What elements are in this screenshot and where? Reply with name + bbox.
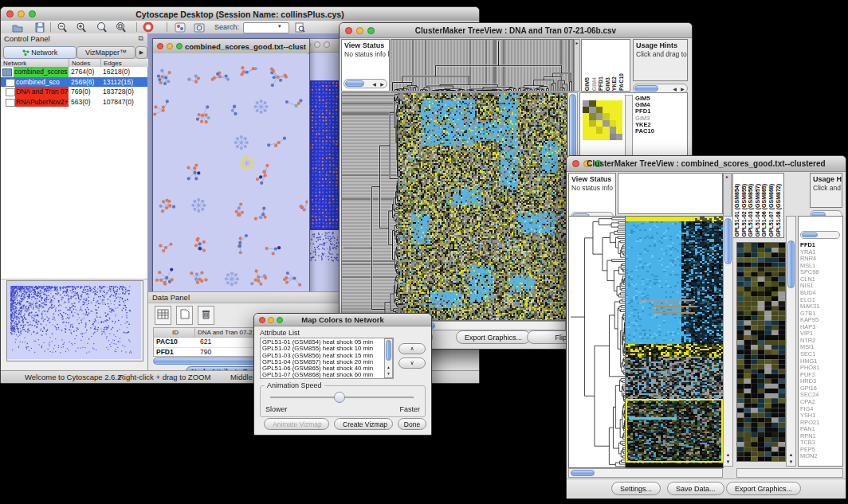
network-name: RNAPuberNov2+ [15,97,69,107]
bottom-hscrollbar-left[interactable] [568,468,723,478]
settings-button[interactable]: Settings... [611,482,661,495]
column-label: PFD1 [598,76,605,91]
column-header-nodes[interactable]: Nodes [69,59,101,67]
scroll-down-arrow[interactable]: ▼ [384,370,393,377]
network-table-row[interactable]: combined_sco2569(6)13112(15) [1,77,147,88]
usage-hints-panel: Usage Hints Click and drag to [633,39,688,81]
save-data-button[interactable]: Save Data... [667,482,724,495]
network-table-header: Network Nodes Edges [1,59,147,67]
control-panel-title: Control Panel [4,34,50,43]
column-label: GPL51-08 (GSM872) [775,184,783,237]
dialog-titlebar[interactable]: Map Colors to Network [254,314,431,326]
frame-close-button[interactable] [157,43,163,49]
column-dendrogram-panel[interactable] [618,173,723,214]
scroll-right-arrow[interactable]: ▶ [678,86,687,92]
search-input[interactable] [243,22,289,33]
attribute-list-item[interactable]: GPL51-07 (GSM868) heat shock 60 min [261,372,383,378]
bottom-hscrollbar-right[interactable] [736,468,843,478]
column-label: GIM5 [584,77,591,91]
row-dendrogram-canvas[interactable] [568,216,626,468]
network-table-row[interactable]: RNAPuberNov2+563(0)107847(0) [1,97,147,107]
zoomed-heatmap-canvas[interactable] [736,242,786,462]
heatmap-canvas[interactable] [625,216,724,468]
delete-attribute-icon[interactable] [198,306,214,325]
move-up-button[interactable]: ∧ [398,343,426,354]
network-view-canvas[interactable] [153,53,308,291]
attribute-select-icon[interactable] [155,306,171,325]
frame-minimize-button[interactable] [167,43,173,49]
similarity-matrix[interactable] [583,96,622,135]
view-status-title: View Status [342,40,389,49]
animate-vizmap-button[interactable]: Animate Vizmap [264,418,329,430]
tab-overflow-button[interactable]: ▶ [135,46,147,59]
column-label: GPL51-03 (GSM856) [748,184,755,237]
scroll-up-arrow[interactable]: ▲ [724,451,732,458]
network-table-row[interactable]: DNA and Tran 07769(0)183728(0) [1,87,147,97]
scroll-up-arrow[interactable]: ▲ [384,364,393,370]
edge-count: 107847(0) [103,97,134,107]
dendrogram-splitter[interactable]: ▸ [574,39,580,92]
animation-speed-label: Animation Speed [265,381,324,389]
main-titlebar[interactable]: Cytoscape Desktop (Session Name: collins… [1,7,479,21]
edge-count: 16218(0) [103,67,130,77]
main-window-title: Cytoscape Desktop (Session Name: collins… [1,10,479,19]
network-view-frame[interactable]: combined_scores_good.txt--cluste... [152,38,310,291]
tab-network[interactable]: Network [3,46,77,59]
usage-hints-title: Usage Hints [811,174,842,183]
frame-zoom-button[interactable] [176,43,183,49]
new-attribute-icon[interactable] [176,306,193,325]
column-label: GIM4 [591,77,599,91]
float-panel-icon[interactable]: ⧉ [139,34,143,43]
attribute-listbox[interactable]: GPL51-01 (GSM854) heat shock 05 minGPL51… [260,338,394,379]
column-labels-panel: GIM5GIM4PFD1GIM3YKE2PAC10 [581,39,630,92]
move-down-button[interactable]: ∨ [398,357,426,369]
tab-network-label: Network [31,49,57,57]
frame-zoom-button[interactable] [324,41,330,48]
status-welcome: Welcome to Cytoscape 2.6.2 [25,373,121,381]
heatmap-canvas[interactable] [398,92,567,321]
edge-count: 183728(0) [103,87,134,97]
column-header-network[interactable]: Network [1,59,69,67]
scroll-up-arrow[interactable]: ▲ [787,451,795,458]
network-overview-thumbnail[interactable] [7,281,141,359]
node-count: 769(0) [71,87,91,97]
treeview1-title: ClusterMaker TreeView : DNA and Tran 07-… [340,26,692,35]
map-colors-dialog: Map Colors to Network Attribute List GPL… [253,313,432,436]
scroll-down-arrow[interactable]: ▼ [787,459,795,465]
export-graphics-button[interactable]: Export Graphics... [726,482,801,495]
attr-col-id[interactable]: ID [154,328,195,337]
create-vizmap-button[interactable]: Create Vizmap [334,418,393,430]
export-graphics-button[interactable]: Export Graphics... [456,330,531,344]
search-label: Search: [214,23,239,31]
doc-icon [6,79,15,87]
control-panel: Control Panel ⧉ Network VizMapper™ ▶ Net… [1,33,148,371]
attribute-list-vscrollbar[interactable]: ▲ ▼ [384,338,393,378]
matrix-cell [610,134,616,140]
search-dropdown-arrow[interactable]: ▾ [278,23,281,29]
matrix-cell [589,134,595,140]
speed-slider-thumb[interactable] [334,392,345,403]
gene-list-hscrollbar[interactable] [800,231,840,239]
heatmap-vscrollbar[interactable]: ▲ ▼ [723,216,733,467]
zoom-vscrollbar[interactable]: ▲ ▼ [786,216,796,467]
done-button[interactable]: Done [398,418,426,430]
column-dendrogram-canvas[interactable] [391,39,574,92]
data-panel-title: Data Panel [152,293,190,302]
treeview2-titlebar[interactable]: ClusterMaker TreeView : combined_scores_… [567,156,846,172]
network-table-row[interactable]: combined_scores2764(0)16218(0) [1,67,147,77]
network-overview-panel[interactable] [6,280,143,361]
scroll-right-arrow[interactable]: ▶ [378,81,387,88]
column-label: PAC10 [618,73,626,91]
animation-speed-group: Animation Speed Slower Faster [260,385,426,417]
frame-minimize-button[interactable] [314,41,320,48]
row-dendrogram-canvas[interactable] [341,92,398,321]
column-header-edges[interactable]: Edges [101,59,148,67]
treeview1-titlebar[interactable]: ClusterMaker TreeView : DNA and Tran 07-… [340,23,692,38]
view-status-title: View Status [569,174,615,183]
tab-vizmapper[interactable]: VizMapper™ [77,46,135,59]
usage-hints-panel: Usage Hints Click and drag to [810,173,842,208]
column-label: YKE2 [611,76,618,91]
slower-label: Slower [265,405,288,413]
scroll-down-arrow[interactable]: ▼ [724,459,732,465]
view-status-scrollbar[interactable]: ◀ ▶ [344,79,387,88]
